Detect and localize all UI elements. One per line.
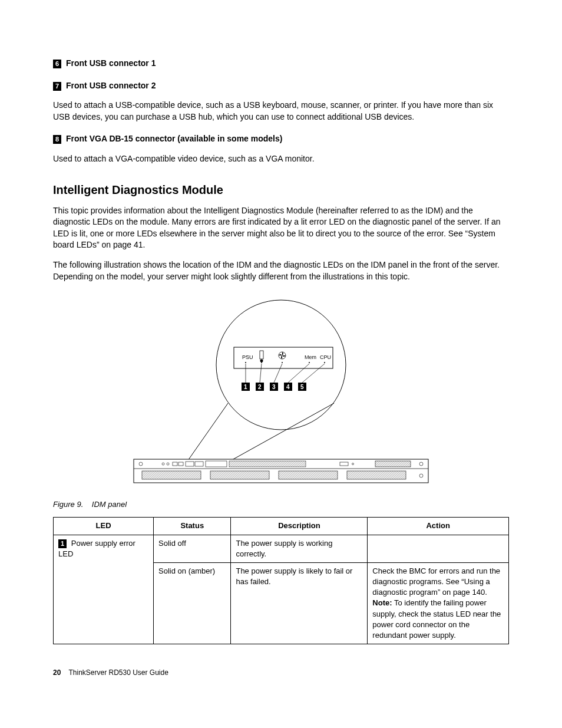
svg-point-4 [260, 360, 263, 363]
callout-fig-4: 4 [286, 384, 290, 390]
cell-desc-1: The power supply is working correctly. [231, 535, 368, 562]
cell-action-1 [368, 535, 509, 562]
th-description: Description [231, 518, 368, 535]
note-label: Note: [372, 598, 392, 607]
callout-7: 7 [53, 82, 61, 91]
usb-description: Used to attach a USB-compatible device, … [53, 100, 509, 123]
svg-point-7 [261, 362, 262, 363]
th-status: Status [154, 518, 231, 535]
svg-rect-30 [206, 461, 227, 467]
item-8-title: Front VGA DB-15 connector (available in … [66, 134, 282, 143]
figure-caption: Figure 9. IDM panel [53, 499, 509, 510]
item-6-title: Front USB connector 1 [66, 58, 156, 68]
svg-rect-39 [229, 461, 306, 467]
figure-caption-text: IDM panel [92, 500, 127, 509]
led-table: LED Status Description Action 1 Power su… [53, 517, 509, 644]
callout-fig-2: 2 [258, 384, 262, 390]
svg-point-10 [324, 362, 325, 363]
item-7-heading: 7 Front USB connector 2 [53, 80, 509, 92]
cell-action-2: Check the BMC for errors and run the dia… [368, 562, 509, 644]
callout-8: 8 [53, 135, 61, 144]
item-6-heading: 6 Front USB connector 1 [53, 58, 509, 70]
cell-desc-2: The power supply is likely to fail or ha… [231, 562, 368, 644]
svg-rect-41 [142, 471, 201, 479]
callout-fig-5: 5 [300, 384, 304, 390]
callout-6: 6 [53, 60, 61, 68]
action-text: Check the BMC for errors and run the dia… [372, 566, 500, 597]
svg-rect-40 [375, 461, 411, 467]
figure-idm-panel: PSU Mem CPU 1 2 3 4 5 [53, 294, 509, 489]
led-name: Power supply error LED [58, 539, 135, 558]
th-led: LED [54, 518, 154, 535]
cell-led: 1 Power supply error LED [54, 535, 154, 644]
svg-point-8 [282, 362, 283, 363]
fan-icon [279, 352, 286, 359]
section-heading-idm: Intelligent Diagnostics Module [53, 182, 509, 198]
th-action: Action [368, 518, 509, 535]
doc-title: ThinkServer RD530 User Guide [68, 668, 168, 677]
callout-table-1: 1 [58, 539, 67, 548]
svg-point-6 [245, 362, 246, 363]
table-row: 1 Power supply error LED Solid off The p… [54, 535, 509, 562]
svg-point-9 [309, 362, 310, 363]
svg-rect-42 [210, 471, 269, 479]
item-8-heading: 8 Front VGA DB-15 connector (available i… [53, 133, 509, 145]
idm-paragraph-2: The following illustration shows the loc… [53, 259, 509, 282]
panel-label-cpu: CPU [320, 354, 331, 360]
vga-description: Used to attach a VGA-compatible video de… [53, 153, 509, 165]
idm-paragraph-1: This topic provides information about th… [53, 205, 509, 251]
note-text: To identify the failing power supply, ch… [372, 598, 501, 640]
svg-line-1 [187, 403, 228, 462]
callout-fig-1: 1 [244, 384, 247, 390]
svg-rect-43 [279, 471, 338, 479]
svg-rect-44 [347, 471, 406, 479]
cell-status-2: Solid on (amber) [154, 562, 231, 644]
panel-label-psu: PSU [242, 354, 253, 360]
page-number: 20 [53, 668, 61, 677]
callout-fig-3: 3 [272, 384, 276, 390]
page-footer: 20 ThinkServer RD530 User Guide [53, 668, 509, 678]
cell-status-1: Solid off [154, 535, 231, 562]
panel-label-mem: Mem [305, 354, 316, 360]
figure-label: Figure 9. [53, 500, 83, 509]
item-7-title: Front USB connector 2 [66, 81, 156, 90]
svg-line-2 [228, 403, 334, 462]
